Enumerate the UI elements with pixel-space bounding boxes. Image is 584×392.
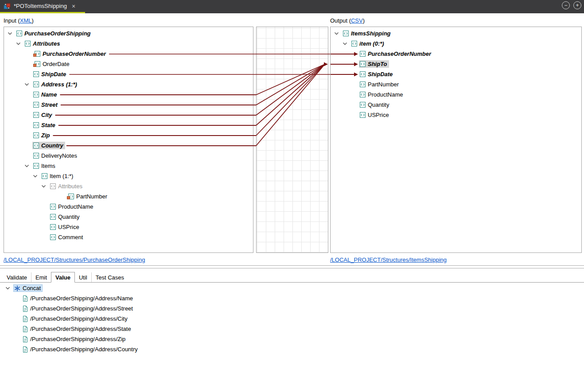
tab-value[interactable]: Value xyxy=(51,272,75,283)
tree-node-in-PartNumber[interactable]: PartNumber xyxy=(4,191,253,202)
tree-node-out-PartNumber[interactable]: PartNumber xyxy=(331,79,581,89)
node[interactable]: /PurchaseOrderShipping/Address/Name xyxy=(22,295,135,302)
node[interactable]: /PurchaseOrderShipping/Address/Country xyxy=(22,345,140,353)
chevron-down-icon[interactable] xyxy=(41,185,49,188)
selected-node[interactable]: ShipTo xyxy=(359,60,389,68)
tree-node-out-item[interactable]: item (0:*) xyxy=(331,39,581,49)
node[interactable]: Attributes xyxy=(24,40,62,47)
input-structure-link[interactable]: /LOCAL_PROJECT/Structures/PurchaseOrderS… xyxy=(4,256,145,263)
node[interactable]: USPrice xyxy=(359,111,391,119)
tree-node-in-Item[interactable]: Item (1:*) xyxy=(4,171,253,181)
tree-node-fn-arg-5[interactable]: /PurchaseOrderShipping/Address/Country xyxy=(0,344,584,354)
tree-node-out-USPrice[interactable]: USPrice xyxy=(331,110,581,120)
tree-node-in-DeliveryNotes[interactable]: DeliveryNotes xyxy=(4,151,253,161)
node[interactable]: Zip xyxy=(32,132,52,139)
tree-node-fn-arg-0[interactable]: /PurchaseOrderShipping/Address/Name xyxy=(0,293,584,303)
output-structure-link[interactable]: /LOCAL_PROJECT/Structures/ItemsShipping xyxy=(330,256,447,263)
node[interactable]: Quantity xyxy=(49,213,81,221)
chevron-down-icon[interactable] xyxy=(5,287,13,290)
node[interactable]: State xyxy=(32,121,57,129)
horizontal-splitter[interactable] xyxy=(0,265,584,268)
tree-node-in-Country[interactable]: Country xyxy=(4,140,253,151)
document-tab[interactable]: *POToItemsShipping × xyxy=(0,0,80,12)
tree-node-fn-arg-1[interactable]: /PurchaseOrderShipping/Address/Street xyxy=(0,303,584,314)
chevron-down-icon[interactable] xyxy=(334,32,342,35)
tree-node-fn-concat[interactable]: Concat xyxy=(0,283,584,293)
tree-node-in-USPrice[interactable]: USPrice xyxy=(4,222,253,232)
node-label: Zip xyxy=(41,132,50,139)
node[interactable]: PurchaseOrderNumber xyxy=(32,50,108,58)
tree-node-fn-arg-4[interactable]: /PurchaseOrderShipping/Address/Zip xyxy=(0,334,584,344)
node[interactable]: Attributes xyxy=(49,182,84,190)
node[interactable]: Address (1:*) xyxy=(32,81,79,88)
close-icon[interactable]: × xyxy=(72,3,75,10)
node[interactable]: ProductName xyxy=(49,203,95,210)
tree-node-in-OrderDate[interactable]: OrderDate xyxy=(4,59,253,69)
expand-icon[interactable]: + xyxy=(573,1,581,9)
node[interactable]: PartNumber xyxy=(359,81,401,88)
node[interactable]: PurchaseOrderNumber xyxy=(359,50,433,58)
node[interactable]: /PurchaseOrderShipping/Address/City xyxy=(22,315,129,322)
node[interactable]: PartNumber xyxy=(66,193,109,200)
tree-node-in-Address[interactable]: Address (1:*) xyxy=(4,79,253,89)
tree-node-in-attributes[interactable]: Attributes xyxy=(4,39,253,49)
selected-node[interactable]: Country xyxy=(32,142,65,149)
chevron-down-icon[interactable] xyxy=(24,164,32,168)
node[interactable]: Items xyxy=(32,162,57,170)
tab-util[interactable]: Util xyxy=(75,272,91,282)
node[interactable]: /PurchaseOrderShipping/Address/State xyxy=(22,325,133,333)
node[interactable]: ItemsShipping xyxy=(342,30,393,37)
node[interactable]: /PurchaseOrderShipping/Address/Street xyxy=(22,305,135,312)
node[interactable]: Quantity xyxy=(359,101,391,109)
node[interactable]: ShipDate xyxy=(359,70,394,78)
tree-node-out-PurchaseOrderNumber[interactable]: PurchaseOrderNumber xyxy=(331,49,581,59)
chevron-down-icon[interactable] xyxy=(8,32,16,35)
tree-node-fn-arg-3[interactable]: /PurchaseOrderShipping/Address/State xyxy=(0,324,584,334)
node[interactable]: DeliveryNotes xyxy=(32,152,79,159)
collapse-icon[interactable]: − xyxy=(562,1,570,9)
tree-node-in-State[interactable]: State xyxy=(4,120,253,130)
mapping-canvas[interactable] xyxy=(256,27,328,253)
chevron-down-icon[interactable] xyxy=(343,42,350,46)
node[interactable]: Name xyxy=(32,91,58,98)
node[interactable]: OrderDate xyxy=(32,60,71,68)
tree-node-in-City[interactable]: City xyxy=(4,110,253,120)
tree-node-out-Quantity[interactable]: Quantity xyxy=(331,100,581,110)
output-format-link[interactable]: CSV xyxy=(351,17,363,24)
node[interactable]: ProductName xyxy=(359,91,405,98)
tree-node-in-Quantity[interactable]: Quantity xyxy=(4,212,253,222)
tree-node-fn-arg-2[interactable]: /PurchaseOrderShipping/Address/City xyxy=(0,314,584,324)
node[interactable]: ShipDate xyxy=(32,70,68,78)
tree-node-in-Items[interactable]: Items xyxy=(4,161,253,171)
selected-node[interactable]: Concat xyxy=(13,284,43,292)
chevron-down-icon[interactable] xyxy=(33,175,41,178)
node-label: Address (1:*) xyxy=(41,81,77,88)
tree-node-in-item-attributes[interactable]: Attributes xyxy=(4,181,253,191)
chevron-down-icon[interactable] xyxy=(24,83,32,86)
tree-node-in-Name[interactable]: Name xyxy=(4,89,253,100)
tree-node-in-Comment[interactable]: Comment xyxy=(4,232,253,242)
tree-node-out-ProductName[interactable]: ProductName xyxy=(331,89,581,100)
tree-node-in-root[interactable]: PurchaseOrderShipping xyxy=(4,28,253,39)
tree-node-out-ShipDate[interactable]: ShipDate xyxy=(331,69,581,79)
tree-node-out-ShipTo[interactable]: ShipTo xyxy=(331,59,581,69)
tree-node-out-root[interactable]: ItemsShipping xyxy=(331,28,581,39)
chevron-down-icon[interactable] xyxy=(16,42,24,46)
tree-node-in-Zip[interactable]: Zip xyxy=(4,130,253,140)
tab-emit[interactable]: Emit xyxy=(31,272,51,282)
node[interactable]: item (0:*) xyxy=(350,40,386,47)
node[interactable]: Street xyxy=(32,101,59,109)
node[interactable]: /PurchaseOrderShipping/Address/Zip xyxy=(22,335,127,343)
tab-test-cases[interactable]: Test Cases xyxy=(91,272,128,282)
tree-node-in-Street[interactable]: Street xyxy=(4,100,253,110)
node[interactable]: Item (1:*) xyxy=(41,172,75,180)
node[interactable]: City xyxy=(32,111,54,119)
node[interactable]: Comment xyxy=(49,233,85,241)
input-format-link[interactable]: XML xyxy=(20,17,32,24)
node[interactable]: USPrice xyxy=(49,223,81,231)
tab-validate[interactable]: Validate xyxy=(3,272,31,282)
node[interactable]: PurchaseOrderShipping xyxy=(16,30,93,37)
tree-node-in-PurchaseOrderNumber[interactable]: PurchaseOrderNumber xyxy=(4,49,253,59)
tree-node-in-ProductName[interactable]: ProductName xyxy=(4,202,253,212)
tree-node-in-ShipDate[interactable]: ShipDate xyxy=(4,69,253,79)
